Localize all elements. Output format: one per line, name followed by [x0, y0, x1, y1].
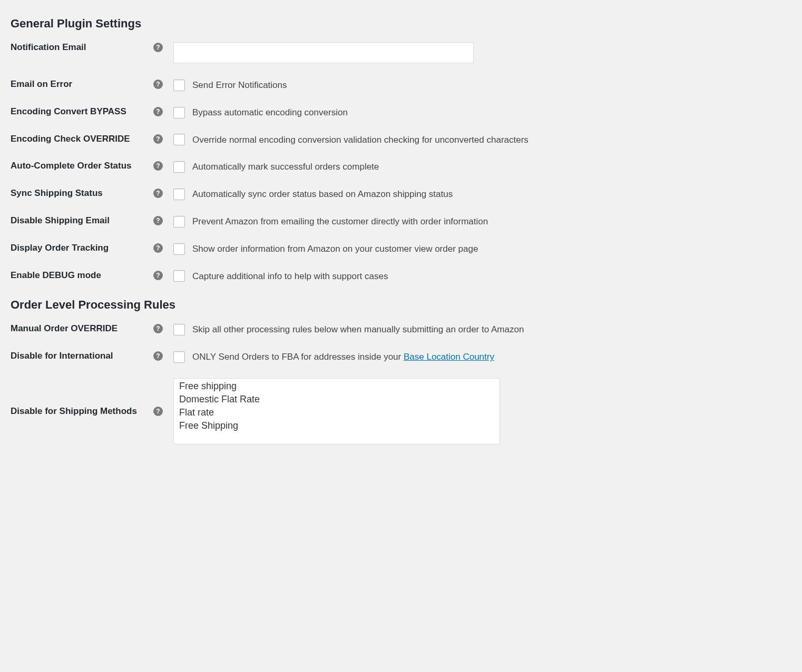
label-display-order-tracking: Display Order Tracking [11, 243, 150, 253]
row-encoding-bypass: Encoding Convert BYPASS ? Bypass automat… [11, 106, 791, 119]
desc-encoding-bypass: Bypass automatic encoding conversion [192, 106, 348, 119]
notification-email-input[interactable] [173, 42, 474, 63]
order-level-rules-section: Order Level Processing Rules Manual Orde… [11, 298, 791, 444]
desc-display-order-tracking: Show order information from Amazon on yo… [192, 243, 478, 255]
help-icon[interactable]: ? [153, 107, 163, 116]
label-disable-shipping-email: Disable Shipping Email [11, 215, 150, 226]
disable-shipping-email-checkbox[interactable] [173, 216, 185, 228]
section-heading-order-rules: Order Level Processing Rules [11, 298, 791, 312]
shipping-method-option[interactable]: Flat rate [177, 406, 496, 419]
help-icon[interactable]: ? [153, 271, 163, 280]
row-manual-override: Manual Order OVERRIDE ? Skip all other p… [11, 323, 791, 336]
disable-international-checkbox[interactable] [173, 351, 185, 363]
help-icon[interactable]: ? [153, 43, 163, 52]
disable-shipping-methods-select[interactable]: Free shippingDomestic Flat RateFlat rate… [173, 378, 500, 444]
help-icon[interactable]: ? [153, 189, 163, 198]
label-disable-international: Disable for International [11, 351, 150, 361]
desc-encoding-override: Override normal encoding conversion vali… [192, 134, 529, 146]
label-manual-override: Manual Order OVERRIDE [11, 323, 150, 334]
email-on-error-checkbox[interactable] [173, 80, 185, 91]
help-icon[interactable]: ? [153, 80, 163, 89]
shipping-method-option[interactable]: Free Shipping [177, 419, 496, 432]
label-encoding-bypass: Encoding Convert BYPASS [11, 106, 150, 117]
desc-email-on-error: Send Error Notifications [192, 79, 287, 92]
row-enable-debug: Enable DEBUG mode ? Capture additional i… [11, 270, 791, 283]
row-sync-shipping: Sync Shipping Status ? Automatically syn… [11, 188, 791, 201]
manual-override-checkbox[interactable] [173, 324, 185, 335]
row-disable-international: Disable for International ? ONLY Send Or… [11, 351, 791, 363]
label-enable-debug: Enable DEBUG mode [11, 270, 150, 281]
label-auto-complete: Auto-Complete Order Status [11, 161, 150, 171]
help-icon[interactable]: ? [153, 161, 163, 171]
row-encoding-override: Encoding Check OVERRIDE ? Override norma… [11, 134, 791, 146]
row-disable-shipping-methods: Disable for Shipping Methods ? Free ship… [11, 378, 791, 444]
sync-shipping-checkbox[interactable] [173, 189, 185, 200]
base-location-country-link[interactable]: Base Location Country [404, 352, 494, 362]
help-icon[interactable]: ? [153, 407, 163, 416]
label-encoding-override: Encoding Check OVERRIDE [11, 134, 150, 144]
desc-auto-complete: Automatically mark successful orders com… [192, 161, 379, 173]
help-icon[interactable]: ? [153, 243, 163, 253]
encoding-override-checkbox[interactable] [173, 134, 185, 145]
label-email-on-error: Email on Error [11, 79, 150, 90]
enable-debug-checkbox[interactable] [173, 270, 185, 282]
row-auto-complete: Auto-Complete Order Status ? Automatical… [11, 161, 791, 173]
desc-enable-debug: Capture additional info to help with sup… [192, 270, 388, 283]
row-display-order-tracking: Display Order Tracking ? Show order info… [11, 243, 791, 255]
shipping-method-option[interactable]: Domestic Flat Rate [177, 393, 496, 406]
desc-manual-override: Skip all other processing rules below wh… [192, 323, 524, 336]
help-icon[interactable]: ? [153, 134, 163, 144]
shipping-method-option[interactable]: Free shipping [177, 380, 496, 393]
desc-disable-international: ONLY Send Orders to FBA for addresses in… [192, 351, 494, 363]
encoding-bypass-checkbox[interactable] [173, 107, 185, 118]
row-disable-shipping-email: Disable Shipping Email ? Prevent Amazon … [11, 215, 791, 228]
auto-complete-checkbox[interactable] [173, 161, 185, 173]
label-notification-email: Notification Email [11, 42, 150, 53]
general-plugin-settings-section: General Plugin Settings Notification Ema… [11, 17, 791, 282]
section-heading-general: General Plugin Settings [11, 17, 791, 31]
help-icon[interactable]: ? [153, 216, 163, 225]
display-order-tracking-checkbox[interactable] [173, 243, 185, 255]
row-notification-email: Notification Email ? [11, 42, 791, 63]
desc-disable-shipping-email: Prevent Amazon from emailing the custome… [192, 215, 488, 228]
row-email-on-error: Email on Error ? Send Error Notification… [11, 79, 791, 92]
label-disable-shipping-methods: Disable for Shipping Methods [11, 406, 150, 417]
help-icon[interactable]: ? [153, 324, 163, 333]
desc-sync-shipping: Automatically sync order status based on… [192, 188, 453, 201]
label-sync-shipping: Sync Shipping Status [11, 188, 150, 199]
help-icon[interactable]: ? [153, 351, 163, 361]
